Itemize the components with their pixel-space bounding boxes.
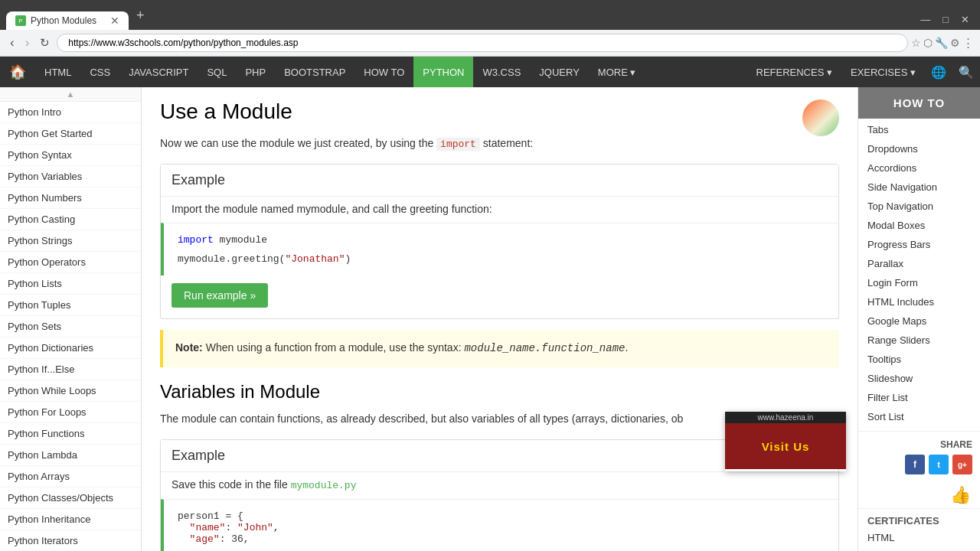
nav-more[interactable]: MORE ▾ xyxy=(589,57,645,87)
sidebar-item-tuples[interactable]: Python Tuples xyxy=(0,295,141,316)
address-bar: ‹ › ↻ ☆ ⬡ 🔧 ⚙ ⋮ xyxy=(0,30,980,57)
howto-link-sort-list[interactable]: Sort List xyxy=(858,407,980,426)
sidebar-item-arrays[interactable]: Python Arrays xyxy=(0,466,141,487)
howto-link-top-nav[interactable]: Top Navigation xyxy=(858,197,980,216)
howto-link-accordions[interactable]: Accordions xyxy=(858,158,980,178)
note-box: Note: When using a function from a modul… xyxy=(160,330,839,367)
note-text-end: . xyxy=(625,341,628,354)
sidebar-item-lambda[interactable]: Python Lambda xyxy=(0,445,141,466)
search-icon[interactable]: 🔍 xyxy=(952,65,980,80)
top-navigation: 🏠 HTML CSS JAVASCRIPT SQL PHP BOOTSTRAP … xyxy=(0,57,980,87)
nav-css[interactable]: CSS xyxy=(80,57,119,87)
certificates-title: CERTIFICATES xyxy=(867,515,971,527)
howto-title: HOW TO xyxy=(858,87,980,119)
howto-link-progress[interactable]: Progress Bars xyxy=(858,235,980,254)
sidebar-item-functions[interactable]: Python Functions xyxy=(0,423,141,445)
example-header-1: Example xyxy=(161,165,838,197)
sidebar-item-whileloops[interactable]: Python While Loops xyxy=(0,380,141,402)
nav-python[interactable]: PYTHON xyxy=(413,57,473,87)
code-line-2: mymodule.greeting("Jonathan") xyxy=(178,253,825,265)
code-block-2: person1 = { "name": "John", "age": 36, xyxy=(161,499,838,551)
howto-link-google-maps[interactable]: Google Maps xyxy=(858,311,980,331)
howto-link-modal[interactable]: Modal Boxes xyxy=(858,216,980,235)
sidebar-item-strings[interactable]: Python Strings xyxy=(0,230,141,252)
code-rest-1: mymodule xyxy=(214,234,267,246)
howto-link-range-sliders[interactable]: Range Sliders xyxy=(858,331,980,350)
sidebar-scroll-up[interactable]: ▲ xyxy=(0,87,141,102)
back-button[interactable]: ‹ xyxy=(6,34,18,52)
share-facebook-icon[interactable]: f xyxy=(905,455,925,474)
nav-references[interactable]: REFERENCES ▾ xyxy=(747,57,841,87)
howto-link-slideshow[interactable]: Slideshow xyxy=(858,369,980,388)
sidebar-item-getstarted[interactable]: Python Get Started xyxy=(0,123,141,145)
nav-howto[interactable]: HOW TO xyxy=(354,57,413,87)
globe-icon[interactable]: 🌐 xyxy=(925,65,952,80)
note-code-example: module_name.function_name xyxy=(464,342,625,354)
tab-favicon: P xyxy=(15,15,26,26)
howto-link-parallax[interactable]: Parallax xyxy=(858,254,980,273)
nav-javascript[interactable]: JAVASCRIPT xyxy=(119,57,198,87)
nav-jquery[interactable]: JQUERY xyxy=(530,57,589,87)
settings-icon[interactable]: ⚙ xyxy=(950,37,960,49)
sidebar-item-inheritance[interactable]: Python Inheritance xyxy=(0,509,141,530)
cert-item-html[interactable]: HTML xyxy=(867,530,971,545)
sidebar-item-sets[interactable]: Python Sets xyxy=(0,316,141,337)
note-label: Note: xyxy=(175,341,203,354)
nav-exercises[interactable]: EXERCISES ▾ xyxy=(841,57,925,87)
sidebar-item-forloops[interactable]: Python For Loops xyxy=(0,402,141,423)
howto-link-filter-list[interactable]: Filter List xyxy=(858,388,980,407)
sidebar-item-ifelse[interactable]: Python If...Else xyxy=(0,359,141,380)
howto-link-html-includes[interactable]: HTML Includes xyxy=(858,292,980,311)
sidebar-item-classes[interactable]: Python Classes/Objects xyxy=(0,487,141,509)
howto-link-login[interactable]: Login Form xyxy=(858,273,980,292)
share-twitter-icon[interactable]: t xyxy=(929,455,949,474)
menu-button[interactable]: ⋮ xyxy=(962,36,974,50)
forward-button[interactable]: › xyxy=(21,34,34,52)
sidebar-item-variables[interactable]: Python Variables xyxy=(0,166,141,187)
code-block-1: import mymodule mymodule.greeting("Jonat… xyxy=(161,223,838,276)
new-tab-button[interactable]: + xyxy=(130,5,151,27)
share-googleplus-icon[interactable]: g+ xyxy=(952,455,972,474)
intro-text-after: statement: xyxy=(480,137,533,149)
sidebar-item-lists[interactable]: Python Lists xyxy=(0,273,141,295)
browser-tab[interactable]: P Python Modules ✕ xyxy=(6,11,129,30)
sidebar-item-iterators[interactable]: Python Iterators xyxy=(0,530,141,551)
sidebar-item-dicts[interactable]: Python Dictionaries xyxy=(0,337,141,359)
example-box-1: Example Import the module named mymodule… xyxy=(160,164,839,319)
ad-content[interactable]: Visit Us xyxy=(725,423,846,469)
nav-w3css[interactable]: W3.CSS xyxy=(473,57,530,87)
howto-link-side-nav[interactable]: Side Navigation xyxy=(858,178,980,197)
ad-overlay[interactable]: www.hazeena.in Visit Us xyxy=(725,412,846,471)
maximize-button[interactable]: □ xyxy=(938,12,953,27)
tab-title: Python Modules xyxy=(31,15,106,26)
extension-btn2[interactable]: 🔧 xyxy=(935,37,948,49)
close-button[interactable]: ✕ xyxy=(956,12,974,27)
code-method: mymodule.greeting( xyxy=(178,253,285,265)
section-title-use-module: Use a Module xyxy=(160,99,839,124)
tab-close-icon[interactable]: ✕ xyxy=(110,15,119,26)
nav-sql[interactable]: SQL xyxy=(198,57,236,87)
refresh-button[interactable]: ↻ xyxy=(36,34,54,51)
sidebar-item-intro[interactable]: Python Intro xyxy=(0,102,141,123)
sidebar-item-syntax[interactable]: Python Syntax xyxy=(0,145,141,166)
nav-home[interactable]: 🏠 xyxy=(0,57,35,87)
sidebar-item-operators[interactable]: Python Operators xyxy=(0,252,141,273)
extension-btn1[interactable]: ⬡ xyxy=(923,37,933,49)
variables-text-content: The module can contain functions, as alr… xyxy=(160,412,683,425)
howto-link-tooltips[interactable]: Tooltips xyxy=(858,350,980,369)
nav-bootstrap[interactable]: BOOTSTRAP xyxy=(275,57,354,87)
intro-text-before: Now we can use the module we just create… xyxy=(160,137,436,149)
nav-html[interactable]: HTML xyxy=(35,57,80,87)
example-desc-1: Import the module named mymodule, and ca… xyxy=(161,197,838,223)
sidebar-item-numbers[interactable]: Python Numbers xyxy=(0,187,141,209)
nav-php[interactable]: PHP xyxy=(236,57,275,87)
import-inline-code: import xyxy=(436,138,480,151)
minimize-button[interactable]: — xyxy=(916,12,935,27)
like-button[interactable]: 👍 xyxy=(858,482,980,508)
howto-link-dropdowns[interactable]: Dropdowns xyxy=(858,139,980,158)
run-example-1-button[interactable]: Run example » xyxy=(172,283,268,308)
howto-link-tabs[interactable]: Tabs xyxy=(858,120,980,139)
address-input[interactable] xyxy=(57,34,908,52)
sidebar-item-casting[interactable]: Python Casting xyxy=(0,209,141,230)
star-icon[interactable]: ☆ xyxy=(911,37,921,49)
